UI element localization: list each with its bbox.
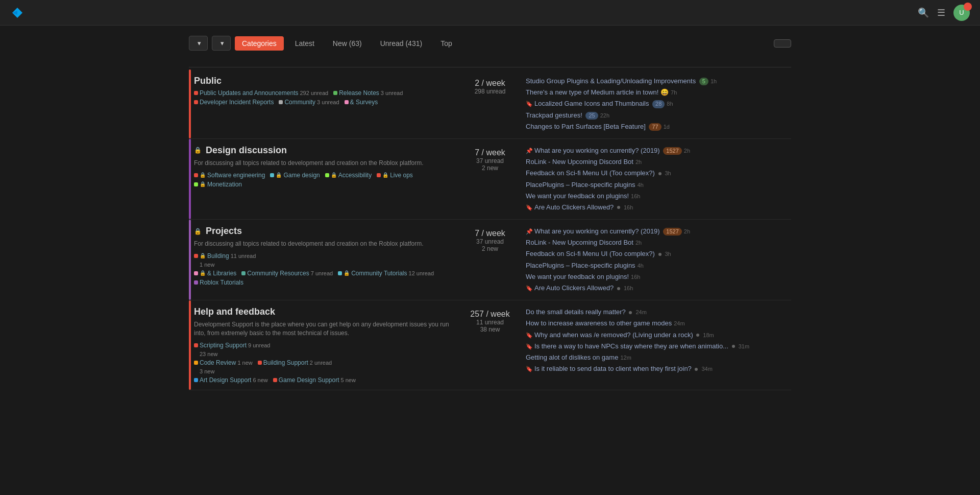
subcat-name-public-0[interactable]: Public Updates and Announcements (200, 89, 298, 97)
tab-unread[interactable]: Unread (431) (373, 36, 430, 51)
subcat-name-public-4[interactable]: & Surveys (350, 99, 378, 106)
topic-time: 4h (638, 263, 644, 269)
topic-link-design-discussion-1[interactable]: RoLink - New Upcoming Discord Bot2h (526, 156, 791, 168)
category-section-design-discussion: 🔒Design discussionFor discussing all top… (189, 139, 791, 220)
topic-link-public-3[interactable]: Trackpad gestures! 2522h (526, 110, 791, 121)
subcat-item-projects-1: 🔒& Libraries (194, 270, 236, 277)
topic-link-public-2[interactable]: 🔖Localized Game Icons and Thumbnails 288… (526, 98, 791, 109)
subcat-name-help-and-feedback-2[interactable]: Building Support (263, 359, 308, 366)
subcat-count-projects-0: 11 unread (231, 253, 256, 259)
subcat-name-help-and-feedback-3[interactable]: Art Design Support (200, 376, 251, 384)
subcat-item-public-1: Release Notes 3 unread (333, 89, 403, 97)
subcat-count-help-and-feedback-2: 2 unread (310, 360, 332, 366)
subcat-name-projects-4[interactable]: Roblox Tutorials (200, 279, 243, 286)
topic-link-help-and-feedback-0[interactable]: Do the small details really matter? 24m (526, 307, 791, 318)
category-stats-public: 2 / week298 unread (459, 76, 521, 132)
topic-dot (617, 206, 620, 209)
topic-link-projects-0[interactable]: 📌What are you working on currently? (201… (526, 226, 791, 237)
topic-dot (732, 345, 735, 348)
category-latest-design-discussion: 📌What are you working on currently? (201… (521, 145, 791, 213)
topic-time: 16h (631, 193, 640, 199)
subcat-name-help-and-feedback-1[interactable]: Code Review (200, 359, 236, 366)
topic-time: 1h (710, 78, 717, 84)
subcat-name-design-discussion-2[interactable]: Accessibility (338, 172, 372, 179)
topic-time: 31m (739, 343, 749, 349)
subcat-name-design-discussion-0[interactable]: Software engineering (207, 172, 265, 179)
table-header (189, 61, 791, 67)
subcat-name-design-discussion-1[interactable]: Game design (283, 172, 320, 179)
subcat-name-design-discussion-4[interactable]: Monetization (207, 181, 242, 188)
stat-new-design-discussion: 2 new (459, 164, 521, 172)
stat-unread-projects: 37 unread (459, 238, 521, 245)
category-border-help-and-feedback (189, 300, 191, 390)
stat-per-week-design-discussion: 7 / week (459, 148, 521, 157)
category-title-link-help-and-feedback[interactable]: Help and feedback (194, 307, 275, 317)
topic-link-design-discussion-4[interactable]: We want your feedback on plugins!16h (526, 191, 791, 202)
subcats-projects: 🔒Building 11 unread1 new🔒& LibrariesComm… (194, 252, 449, 286)
category-title-link-design-discussion[interactable]: Design discussion (206, 145, 287, 156)
topic-link-public-4[interactable]: Changes to Part Surfaces [Beta Feature] … (526, 121, 791, 132)
subcat-dot-projects-2 (241, 271, 246, 275)
tab-categories[interactable]: Categories (235, 36, 284, 51)
subcat-item-design-discussion-1: 🔒Game design (270, 172, 320, 179)
category-title-help-and-feedback: Help and feedback (194, 307, 449, 317)
topic-link-design-discussion-2[interactable]: Feedback on Sci-fi Menu UI (Too complex?… (526, 168, 791, 179)
subcat-dot-design-discussion-3 (377, 173, 381, 177)
user-avatar-wrap[interactable]: U (953, 5, 970, 21)
logo-icon (10, 6, 24, 20)
subcat-name-design-discussion-3[interactable]: Live ops (390, 172, 413, 179)
subcat-name-projects-0[interactable]: Building (207, 252, 229, 260)
topic-time: 24m (674, 320, 684, 326)
topic-link-public-0[interactable]: Studio Group Plugins & Loading/Unloading… (526, 76, 791, 87)
categories-filter[interactable]: ▾ (189, 36, 208, 51)
topic-link-help-and-feedback-3[interactable]: 🔖Is there a way to have NPCs stay where … (526, 341, 791, 352)
subcat-name-help-and-feedback-4[interactable]: Game Design Support (279, 376, 339, 384)
topic-dot (658, 172, 662, 175)
tab-top[interactable]: Top (433, 36, 459, 51)
search-icon[interactable]: 🔍 (918, 7, 929, 18)
category-border-projects (189, 220, 191, 300)
menu-icon[interactable]: ☰ (937, 7, 945, 18)
topic-link-projects-5[interactable]: 🔖Are Auto Clickers Allowed? 16h (526, 282, 791, 294)
topic-link-public-1[interactable]: There's a new type of Medium article in … (526, 87, 791, 98)
topic-link-projects-4[interactable]: We want your feedback on plugins!16h (526, 271, 791, 282)
topic-link-help-and-feedback-2[interactable]: 🔖Why and when was /e removed? (Living un… (526, 329, 791, 341)
subcat-name-public-3[interactable]: Community (284, 99, 315, 106)
topic-link-projects-1[interactable]: RoLink - New Upcoming Discord Bot2h (526, 237, 791, 248)
topic-link-help-and-feedback-4[interactable]: Getting alot of dislikes on game12m (526, 352, 791, 363)
topic-link-projects-3[interactable]: PlacePlugins – Place-specific plugins4h (526, 260, 791, 271)
subcat-lock-projects-1: 🔒 (200, 270, 206, 276)
topic-link-design-discussion-5[interactable]: 🔖Are Auto Clickers Allowed? 16h (526, 202, 791, 213)
topic-time: 22h (600, 112, 609, 119)
topic-badge: 28 (652, 100, 665, 108)
subcat-name-help-and-feedback-0[interactable]: Scripting Support (200, 342, 247, 349)
subcat-count-projects-2: 7 unread (311, 270, 333, 276)
stat-per-week-projects: 7 / week (459, 229, 521, 238)
tab-new[interactable]: New (63) (326, 36, 369, 51)
subcat-item-help-and-feedback-4: Game Design Support 5 new (273, 376, 356, 384)
subcat-name-public-1[interactable]: Release Notes (339, 89, 379, 97)
logo-area[interactable] (10, 6, 29, 20)
subcat-lock-design-discussion-4: 🔒 (200, 181, 206, 187)
tab-latest[interactable]: Latest (288, 36, 322, 51)
subcat-extra-projects-0: 1 new (194, 262, 449, 268)
category-title-link-projects[interactable]: Projects (206, 226, 242, 237)
topic-link-projects-2[interactable]: Feedback on Sci-fi Menu UI (Too complex?… (526, 248, 791, 260)
category-latest-help-and-feedback: Do the small details really matter? 24mH… (521, 307, 791, 384)
topic-time: 8h (667, 101, 673, 107)
stat-unread-public: 298 unread (459, 88, 521, 95)
topic-link-help-and-feedback-1[interactable]: How to increase awareness to other game … (526, 318, 791, 329)
chevron-down-icon: ▾ (198, 39, 201, 47)
tags-filter[interactable]: ▾ (212, 36, 231, 51)
subcat-name-public-2[interactable]: Developer Incident Reports (200, 99, 274, 106)
subcat-item-help-and-feedback-1: Code Review 1 new (194, 359, 253, 366)
topic-link-help-and-feedback-5[interactable]: 🔖Is it reliable to send data to client w… (526, 363, 791, 374)
category-title-link-public[interactable]: Public (194, 76, 222, 86)
new-topic-button[interactable] (774, 39, 791, 48)
subcat-name-projects-1[interactable]: & Libraries (207, 270, 236, 277)
subcat-name-projects-3[interactable]: Community Tutorials (351, 270, 407, 277)
subcat-dot-design-discussion-4 (194, 182, 198, 186)
topic-link-design-discussion-0[interactable]: 📌What are you working on currently? (201… (526, 145, 791, 156)
topic-link-design-discussion-3[interactable]: PlacePlugins – Place-specific plugins4h (526, 179, 791, 191)
subcat-name-projects-2[interactable]: Community Resources (247, 270, 309, 277)
